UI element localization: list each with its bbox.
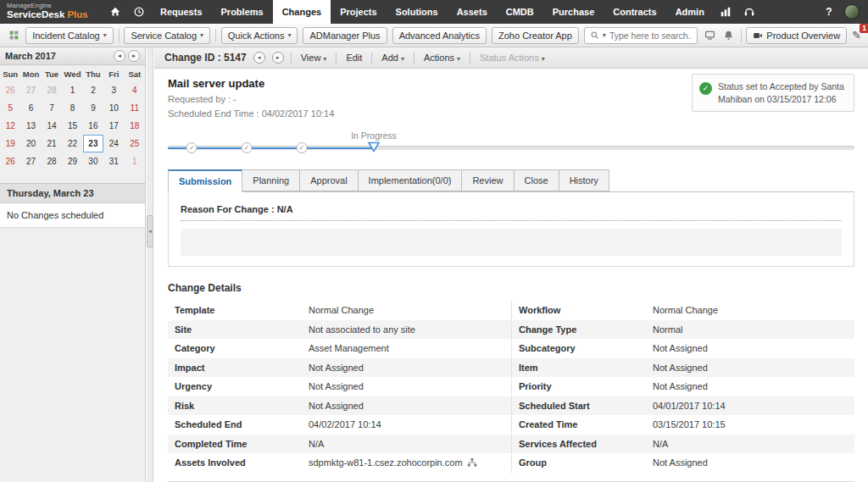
view-menu[interactable]: View▾ bbox=[298, 53, 330, 63]
chevron-down-icon: ▾ bbox=[457, 55, 460, 63]
calendar-day[interactable]: 27 bbox=[20, 81, 41, 99]
menu-separator bbox=[470, 53, 470, 64]
calendar-day[interactable]: 3 bbox=[103, 81, 124, 99]
detail-value: Not Assigned bbox=[309, 401, 364, 411]
nav-item-problems[interactable]: Problems bbox=[212, 0, 273, 24]
calendar-day[interactable]: 13 bbox=[20, 117, 41, 135]
calendar-day[interactable]: 9 bbox=[83, 99, 103, 117]
nav-item-solutions[interactable]: Solutions bbox=[387, 0, 448, 24]
calendar-day[interactable]: 7 bbox=[42, 99, 62, 117]
calendar-day[interactable]: 20 bbox=[20, 135, 41, 152]
detail-label: Template bbox=[175, 305, 309, 315]
catalog-grid-icon[interactable] bbox=[7, 27, 20, 44]
calendar-day[interactable]: 2 bbox=[83, 81, 103, 99]
calendar-day[interactable]: 28 bbox=[42, 152, 62, 170]
calendar-day[interactable]: 26 bbox=[0, 152, 20, 170]
calendar-day[interactable]: 11 bbox=[125, 99, 145, 117]
calendar-day[interactable]: 30 bbox=[83, 152, 103, 170]
tab-planning[interactable]: Planning bbox=[242, 169, 300, 191]
calendar-day[interactable]: 1 bbox=[62, 81, 82, 99]
calendar-day[interactable]: 14 bbox=[42, 117, 62, 135]
tab-approval[interactable]: Approval bbox=[300, 169, 358, 191]
calendar-day[interactable]: 15 bbox=[62, 117, 82, 135]
actions-menu[interactable]: Actions▾ bbox=[421, 53, 463, 63]
search-scope-chevron-icon[interactable]: ▾ bbox=[603, 31, 606, 39]
tab-submission[interactable]: Submission bbox=[168, 169, 242, 192]
nav-item-assets[interactable]: Assets bbox=[448, 0, 497, 24]
calendar-next-button[interactable]: ► bbox=[128, 50, 140, 62]
edit-button[interactable]: Edit bbox=[343, 53, 364, 63]
calendar-day[interactable]: 19 bbox=[0, 135, 20, 152]
calendar-day-selected[interactable]: 23 bbox=[83, 135, 103, 152]
calendar-day[interactable]: 26 bbox=[0, 81, 20, 99]
incident-catalog-dropdown[interactable]: Incident Catalog ▾ bbox=[25, 27, 114, 44]
nav-item-contracts[interactable]: Contracts bbox=[604, 0, 665, 24]
calendar-day[interactable]: 10 bbox=[103, 99, 124, 117]
calendar-day[interactable]: 29 bbox=[62, 152, 82, 170]
calendar-day[interactable]: 21 bbox=[42, 135, 62, 152]
calendar-day[interactable]: 12 bbox=[0, 117, 20, 135]
calendar-day[interactable]: 4 bbox=[125, 81, 145, 99]
quick-actions-dropdown[interactable]: Quick Actions ▾ bbox=[221, 27, 298, 44]
advanced-analytics-button[interactable]: Advanced Analytics bbox=[392, 27, 487, 44]
detail-value: N/A bbox=[653, 439, 668, 449]
home-icon[interactable] bbox=[103, 0, 127, 24]
sitemap-icon[interactable] bbox=[467, 457, 477, 468]
calendar-sidebar: March 2017 ◄ ► SunMonTueWedThuFriSat 262… bbox=[0, 47, 146, 482]
pencil-edit-icon[interactable]: ✎ 1 bbox=[852, 29, 861, 42]
detail-value: N/A bbox=[309, 439, 324, 449]
menu-separator bbox=[291, 53, 292, 64]
avatar[interactable] bbox=[844, 4, 860, 19]
calendar-day[interactable]: 17 bbox=[103, 117, 124, 135]
chevron-down-icon: ▾ bbox=[542, 55, 545, 63]
admanager-plus-button[interactable]: ADManager Plus bbox=[303, 27, 387, 44]
calendar-day[interactable]: 5 bbox=[0, 99, 20, 117]
add-menu[interactable]: Add▾ bbox=[379, 53, 407, 63]
calendar-day[interactable]: 1 bbox=[125, 152, 145, 170]
brand-logo[interactable]: ManageEngine ServiceDeskPlus bbox=[0, 0, 103, 24]
calendar-day[interactable]: 18 bbox=[125, 117, 145, 135]
brand-servicedesk: ServiceDeskPlus bbox=[7, 9, 95, 20]
calendar-day[interactable]: 28 bbox=[42, 81, 62, 99]
product-overview-button[interactable]: Product Overview bbox=[746, 27, 847, 44]
nav-item-requests[interactable]: Requests bbox=[151, 0, 212, 24]
calendar-day[interactable]: 24 bbox=[103, 135, 124, 152]
help-icon[interactable]: ? bbox=[817, 0, 841, 24]
nav-item-projects[interactable]: Projects bbox=[331, 0, 386, 24]
tab-implementation-0-0[interactable]: Implementation(0/0) bbox=[359, 169, 463, 191]
detail-row: WorkflowNormal Change bbox=[512, 301, 854, 320]
tab-close[interactable]: Close bbox=[515, 169, 559, 191]
calendar-prev-button[interactable]: ◄ bbox=[114, 50, 125, 62]
nav-item-admin[interactable]: Admin bbox=[666, 0, 714, 24]
calendar-day[interactable]: 16 bbox=[83, 117, 103, 135]
recent-activity-icon[interactable] bbox=[127, 0, 151, 24]
calendar-day[interactable]: 22 bbox=[62, 135, 82, 152]
detail-row: RiskNot Assigned bbox=[168, 396, 511, 416]
nav-item-changes[interactable]: Changes bbox=[273, 0, 331, 24]
tab-review[interactable]: Review bbox=[462, 169, 514, 191]
support-headset-icon[interactable] bbox=[737, 0, 761, 24]
detail-label: Urgency bbox=[175, 381, 309, 391]
tab-history[interactable]: History bbox=[559, 169, 609, 191]
calendar-day[interactable]: 31 bbox=[103, 152, 124, 170]
service-catalog-dropdown[interactable]: Service Catalog ▾ bbox=[124, 27, 210, 44]
next-change-button[interactable]: ► bbox=[272, 52, 284, 64]
change-details-heading: Change Details bbox=[168, 282, 854, 301]
toolbar-separator bbox=[215, 29, 216, 42]
detail-value: Not Assigned bbox=[309, 381, 364, 391]
zoho-creator-app-button[interactable]: Zoho Creator App bbox=[492, 27, 579, 44]
sidebar-collapse-handle[interactable]: ◄ bbox=[147, 215, 153, 247]
weekday-label: Mon bbox=[20, 65, 41, 81]
calendar-day[interactable]: 8 bbox=[62, 99, 82, 117]
reports-chart-icon[interactable] bbox=[714, 0, 737, 24]
scanner-icon[interactable] bbox=[703, 27, 716, 44]
previous-change-button[interactable]: ◄ bbox=[253, 52, 265, 64]
nav-item-purchase[interactable]: Purchase bbox=[543, 0, 604, 24]
calendar-day[interactable]: 6 bbox=[20, 99, 41, 117]
search-input[interactable] bbox=[609, 30, 692, 41]
nav-item-cmdb[interactable]: CMDB bbox=[497, 0, 543, 24]
notification-bell-icon[interactable] bbox=[721, 27, 735, 44]
detail-label: Group bbox=[519, 457, 653, 468]
calendar-day[interactable]: 27 bbox=[20, 152, 41, 170]
calendar-day[interactable]: 25 bbox=[125, 135, 145, 152]
